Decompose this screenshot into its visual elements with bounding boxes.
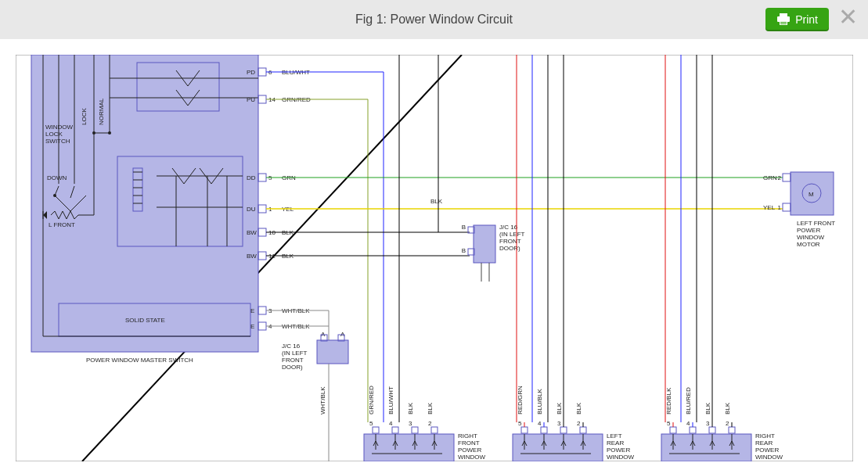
close-icon: ✕: [838, 4, 858, 30]
svg-text:BLK: BLK: [427, 402, 434, 414]
svg-text:GRN/RED: GRN/RED: [368, 386, 375, 414]
svg-rect-100: [431, 427, 438, 433]
svg-rect-92: [392, 427, 398, 433]
print-button[interactable]: Print: [765, 8, 829, 31]
printer-icon: [776, 13, 791, 26]
svg-text:BLK: BLK: [556, 402, 563, 414]
control-box-2: [661, 434, 751, 461]
svg-rect-96: [412, 427, 418, 433]
svg-rect-141: [729, 427, 735, 433]
svg-rect-46: [258, 307, 266, 314]
pin-bw1-tag: BW: [247, 229, 257, 236]
svg-text:4: 4: [686, 420, 690, 427]
diagram-canvas: POWER WINDOW MASTER SWITCH WINDOWLOCKSWI…: [0, 39, 868, 470]
l-front-label: L FRONT: [49, 221, 75, 228]
svg-rect-136: [709, 427, 715, 433]
svg-rect-3: [780, 22, 787, 23]
jc16-top-label: J/C 16(IN LEFTFRONTDOOR): [499, 224, 525, 252]
svg-rect-4: [780, 23, 787, 24]
svg-text:BLU/RED: BLU/RED: [685, 387, 692, 414]
svg-text:BLK: BLK: [724, 402, 731, 414]
svg-text:GRN: GRN: [763, 174, 777, 181]
header-bar: Fig 1: Power Window Circuit Print ✕: [0, 0, 868, 39]
control-label-0: RIGHTFRONTPOWERWINDOWCONTROL: [458, 432, 489, 461]
svg-rect-105: [521, 427, 528, 433]
svg-rect-47: [258, 322, 266, 330]
svg-text:B: B: [462, 224, 466, 231]
lock-label: LOCK: [81, 108, 88, 125]
svg-rect-110: [541, 427, 547, 433]
svg-rect-120: [580, 427, 586, 433]
control-label-1: LEFTREARPOWERWINDOWCONTROL: [607, 432, 638, 461]
pin-pd-tag: PD: [247, 69, 255, 76]
svg-rect-45: [258, 252, 266, 260]
pin-e2-tag: E: [250, 323, 254, 330]
jc16-bot-label: J/C 16(IN LEFTFRONTDOOR): [282, 343, 308, 371]
svg-text:RED/BLK: RED/BLK: [665, 387, 672, 414]
svg-text:5: 5: [667, 420, 671, 427]
svg-text:RED/GRN: RED/GRN: [517, 386, 524, 414]
svg-rect-88: [373, 427, 379, 433]
control-label-2: RIGHTREARPOWERWINDOWCONTROL: [755, 432, 787, 461]
pin-pu-tag: PU: [247, 96, 255, 103]
whtblk-down-label: WHT/BLK: [319, 386, 326, 414]
svg-point-13: [92, 131, 95, 135]
svg-rect-44: [258, 228, 266, 236]
svg-text:2: 2: [577, 420, 581, 427]
svg-text:BLK: BLK: [704, 402, 711, 414]
svg-text:BLK: BLK: [407, 402, 414, 414]
svg-rect-82: [783, 174, 791, 181]
svg-text:2: 2: [726, 420, 729, 427]
svg-text:M: M: [809, 191, 814, 198]
mid-blk-label: BLK: [430, 198, 443, 205]
print-label: Print: [795, 13, 818, 26]
pin-bw2-tag: BW: [247, 253, 257, 260]
svg-text:3: 3: [706, 420, 710, 427]
svg-text:BLU/WHT: BLU/WHT: [387, 386, 394, 414]
svg-rect-42: [258, 174, 266, 181]
svg-text:5: 5: [369, 420, 373, 427]
svg-rect-126: [670, 427, 676, 433]
svg-text:4: 4: [538, 420, 542, 427]
normal-label: NORMAL: [98, 98, 105, 125]
svg-text:3: 3: [409, 420, 412, 427]
solid-state-label: SOLID STATE: [125, 317, 165, 324]
down-label: DOWN: [47, 174, 67, 181]
jc16-bot-box: [317, 340, 348, 364]
svg-text:4: 4: [389, 420, 393, 427]
svg-rect-131: [690, 427, 696, 433]
svg-text:5: 5: [518, 420, 522, 427]
svg-text:BLK: BLK: [575, 402, 582, 414]
pin-dd-tag: DD: [247, 174, 256, 181]
svg-text:BLU/BLK: BLU/BLK: [536, 388, 543, 414]
svg-text:YEL: YEL: [763, 204, 776, 211]
svg-rect-15: [137, 63, 219, 111]
control-box-1: [513, 434, 603, 461]
jc16-top-box: [474, 225, 495, 263]
svg-text:1: 1: [778, 204, 782, 211]
svg-rect-0: [780, 13, 787, 16]
wiring-diagram: POWER WINDOW MASTER SWITCH WINDOWLOCKSWI…: [16, 55, 853, 461]
svg-point-14: [108, 131, 111, 135]
svg-rect-20: [117, 156, 243, 246]
svg-text:B: B: [462, 247, 466, 254]
svg-rect-115: [560, 427, 567, 433]
svg-rect-43: [258, 205, 266, 213]
svg-text:3: 3: [557, 420, 561, 427]
pin-e1-tag: E: [250, 307, 254, 314]
pin-du-tag: DU: [247, 206, 256, 213]
svg-text:2: 2: [778, 174, 782, 181]
svg-rect-40: [258, 68, 266, 76]
master-switch-label: POWER WINDOW MASTER SWITCH: [86, 357, 193, 364]
svg-text:2: 2: [428, 420, 432, 427]
motor-label: LEFT FRONTPOWERWINDOWMOTOR: [797, 220, 835, 248]
svg-rect-41: [258, 95, 266, 103]
control-box-0: [364, 434, 454, 461]
svg-rect-83: [783, 203, 791, 211]
page-title: Fig 1: Power Window Circuit: [355, 13, 513, 27]
close-button[interactable]: ✕: [834, 3, 862, 31]
